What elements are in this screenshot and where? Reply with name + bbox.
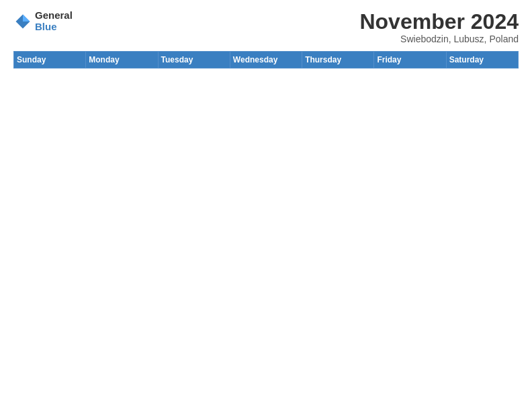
calendar-header-row: Sunday Monday Tuesday Wednesday Thursday… <box>14 52 519 68</box>
col-saturday: Saturday <box>446 52 518 68</box>
col-thursday: Thursday <box>302 52 374 68</box>
col-wednesday: Wednesday <box>230 52 302 68</box>
main-title: November 2024 <box>359 10 519 34</box>
calendar-table: Sunday Monday Tuesday Wednesday Thursday… <box>13 51 519 404</box>
logo: General Blue <box>13 10 73 32</box>
col-friday: Friday <box>374 52 446 68</box>
col-monday: Monday <box>86 52 158 68</box>
logo-icon <box>13 12 32 31</box>
page: General Blue November 2024 Swiebodzin, L… <box>0 0 532 411</box>
logo-general-text: General <box>35 10 73 21</box>
logo-text: General Blue <box>35 10 73 32</box>
col-sunday: Sunday <box>14 52 86 68</box>
header: General Blue November 2024 Swiebodzin, L… <box>13 10 519 44</box>
title-block: November 2024 Swiebodzin, Lubusz, Poland <box>359 10 519 44</box>
col-tuesday: Tuesday <box>158 52 230 68</box>
subtitle: Swiebodzin, Lubusz, Poland <box>359 34 519 44</box>
logo-blue-text: Blue <box>35 21 73 33</box>
svg-marker-1 <box>23 14 30 21</box>
